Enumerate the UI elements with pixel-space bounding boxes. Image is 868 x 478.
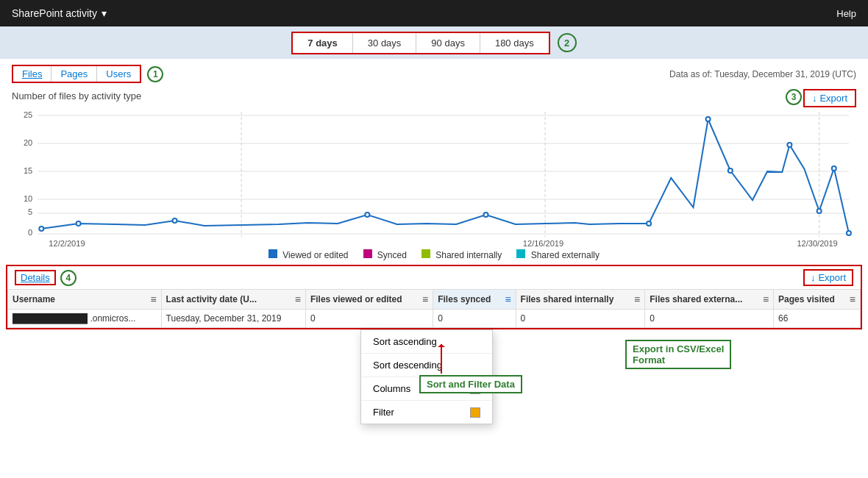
details-table: Username ≡ Last activity date (U... ≡ Fi… [7, 289, 861, 328]
period-tabs: 7 days 30 days 90 days 180 days [291, 32, 549, 54]
period-tab-90days[interactable]: 90 days [416, 33, 480, 53]
sort-filter-annotation: Sort and Filter Data [419, 375, 522, 393]
callout-2: 2 [558, 33, 577, 52]
chart-section: Number of files by activity type 3 ↓ Exp… [0, 86, 868, 262]
cell-files-shared-ext: 0 [645, 310, 774, 328]
col-pages-visited: Pages visited ≡ [774, 290, 861, 310]
legend-dot-viewed [268, 249, 277, 258]
tab-files[interactable]: Files [13, 66, 51, 82]
export-annotation-area: Export in CSV/Excel Format [625, 340, 731, 369]
col-username: Username ≡ [8, 290, 162, 310]
col-menu-synced[interactable]: ≡ [505, 293, 511, 305]
page-tabs: Files Pages Users [12, 65, 141, 83]
tab-pages[interactable]: Pages [51, 66, 97, 82]
top-bar: SharePoint activity ▾ Help [0, 0, 868, 26]
table-row: ████████████ .onmicros... Tuesday, Decem… [8, 310, 861, 328]
filter-color-box [470, 407, 480, 418]
svg-text:12/30/2019: 12/30/2019 [797, 239, 837, 248]
col-last-activity: Last activity date (U... ≡ [161, 290, 305, 310]
legend-shared-int: Shared internally [421, 249, 502, 260]
col-files-shared-ext: Files shared externa... ≡ [645, 290, 774, 310]
chart-svg: 25 20 15 10 5 0 [12, 104, 856, 248]
svg-text:10: 10 [24, 194, 32, 203]
callout-3: 3 [786, 89, 802, 105]
svg-point-16 [77, 221, 81, 226]
tabs-row: Files Pages Users 1 Data as of: Tuesday,… [0, 59, 868, 86]
svg-text:0: 0 [28, 228, 32, 237]
col-menu-username[interactable]: ≡ [150, 293, 156, 305]
details-header: Details 4 ↓ Export [7, 266, 861, 289]
download-icon-details: ↓ [811, 272, 816, 283]
cell-files-shared-int: 0 [516, 310, 645, 328]
col-files-viewed: Files viewed or edited ≡ [305, 290, 433, 310]
period-tab-180days[interactable]: 180 days [480, 33, 549, 53]
export-label: Export [819, 93, 847, 104]
details-section: Details 4 ↓ Export Username ≡ Last activ… [6, 265, 862, 329]
app-title-area: SharePoint activity ▾ [12, 7, 107, 19]
legend-dot-shared-ext [516, 249, 525, 258]
svg-point-18 [365, 213, 369, 217]
annotation-arrow [434, 344, 478, 374]
cell-last-activity: Tuesday, December 31, 2019 [161, 310, 305, 328]
cell-username: ████████████ .onmicros... [8, 310, 162, 328]
period-tab-30days[interactable]: 30 days [353, 33, 417, 53]
line-chart: 25 20 15 10 5 0 [12, 104, 856, 248]
svg-text:15: 15 [24, 166, 32, 175]
svg-point-23 [787, 143, 791, 147]
details-label[interactable]: Details [15, 270, 56, 285]
svg-text:5: 5 [28, 207, 32, 216]
col-files-shared-int: Files shared internally ≡ [516, 290, 645, 310]
legend-dot-synced [363, 249, 372, 258]
export-details-label: Export [818, 272, 846, 283]
svg-point-15 [39, 226, 43, 231]
details-export-button[interactable]: ↓ Export [803, 269, 853, 286]
col-menu-shared-int[interactable]: ≡ [634, 293, 640, 305]
col-menu-shared-ext[interactable]: ≡ [763, 293, 769, 305]
col-menu-viewed[interactable]: ≡ [422, 293, 428, 305]
callout-4: 4 [60, 270, 77, 286]
period-tab-7days[interactable]: 7 days [293, 33, 352, 53]
legend-viewed: Viewed or edited [268, 249, 349, 260]
svg-point-26 [847, 231, 851, 235]
export-annotation: Export in CSV/Excel Format [625, 340, 731, 369]
chevron-icon[interactable]: ▾ [102, 7, 107, 19]
tab-users[interactable]: Users [97, 66, 140, 82]
period-bar: 7 days 30 days 90 days 180 days 2 [0, 26, 868, 59]
svg-text:12/2/2019: 12/2/2019 [49, 239, 85, 248]
svg-point-21 [706, 117, 711, 121]
cell-files-synced: 0 [433, 310, 516, 328]
svg-text:20: 20 [24, 138, 32, 147]
svg-text:12/16/2019: 12/16/2019 [523, 239, 563, 248]
app-title: SharePoint activity [12, 7, 97, 19]
legend-shared-ext: Shared externally [516, 249, 600, 260]
chart-title: Number of files by activity type [12, 90, 856, 101]
table-header-row: Username ≡ Last activity date (U... ≡ Fi… [8, 290, 861, 310]
legend-dot-shared-int [421, 249, 430, 258]
svg-point-22 [728, 168, 733, 173]
svg-text:25: 25 [24, 110, 32, 119]
svg-point-20 [647, 221, 651, 226]
svg-point-24 [817, 209, 822, 213]
col-menu-activity[interactable]: ≡ [295, 293, 301, 305]
svg-point-19 [483, 213, 488, 217]
chart-legend: Viewed or edited Synced Shared internall… [12, 249, 856, 260]
svg-point-17 [173, 218, 177, 223]
data-date: Data as of: Tuesday, December 31, 2019 (… [669, 69, 856, 79]
sort-filter-annotation-area: Sort and Filter Data [419, 375, 522, 393]
dropdown-filter[interactable]: Filter [361, 401, 492, 424]
svg-point-25 [832, 166, 836, 171]
legend-synced: Synced [363, 249, 407, 260]
col-menu-pages[interactable]: ≡ [850, 293, 855, 305]
col-files-synced: Files synced ≡ [433, 290, 516, 310]
cell-files-viewed: 0 [305, 310, 433, 328]
help-link[interactable]: Help [836, 8, 856, 19]
callout-1: 1 [147, 66, 163, 82]
svg-marker-31 [438, 344, 445, 347]
cell-pages-visited: 66 [774, 310, 861, 328]
download-icon: ↓ [812, 93, 817, 104]
